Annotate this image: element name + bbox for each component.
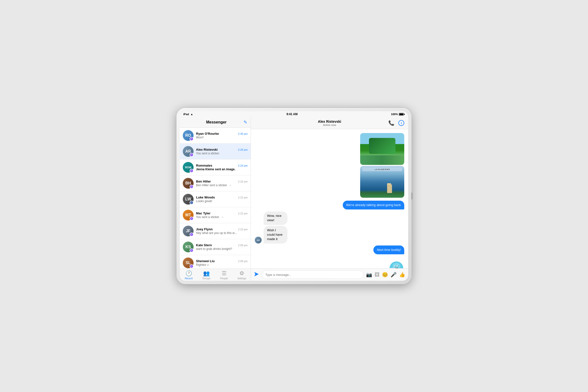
nav-item-groups[interactable]: 👥 Groups — [198, 270, 215, 280]
info-icon[interactable]: i — [398, 120, 404, 126]
ipad-label: iPad — [183, 113, 189, 116]
nav-item-settings[interactable]: ⚙ Settings — [233, 270, 251, 280]
bottom-nav: 🕐 Recent 👥 Groups ☰ People ⚙ Settings — [180, 268, 251, 281]
conv-time: 2:30 pm — [238, 132, 248, 135]
messenger-badge-icon: ✦ — [190, 232, 194, 236]
msg-row: AR Wow, nice view! Wish I could have mad… — [255, 212, 404, 244]
sent-message: We're already talking about going back — [343, 201, 404, 210]
conv-time: 2:09 pm — [238, 260, 248, 263]
conv-info: Kate Stern 2:09 pm want to grab drinks t… — [196, 243, 248, 251]
app-body: Messenger ✎ RO ✦ Ryan O'Rourke 2:30 — [180, 117, 408, 281]
beach-image — [360, 133, 404, 165]
chat-contact-name: Alex Ristevski — [318, 120, 341, 124]
chat-header-actions: 📞 i — [388, 120, 404, 126]
chat-header-info: Alex Ristevski Active now — [318, 120, 341, 126]
ocean-image: LA PLAGE★★★ — [360, 166, 404, 198]
conv-preview: want to grab drinks tonight? — [196, 247, 248, 251]
photo-library-icon[interactable]: 🖼 — [374, 272, 380, 278]
compose-button[interactable]: ✎ — [244, 120, 247, 125]
status-time: 9:41 AM — [286, 112, 298, 116]
message-input[interactable] — [262, 270, 364, 279]
received-group: Wow, nice view! Wish I could have made i… — [264, 212, 307, 244]
left-panel: Messenger ✎ RO ✦ Ryan O'Rourke 2:30 — [180, 117, 251, 281]
conv-time: 2:15 pm — [238, 196, 248, 199]
conv-preview: Hey what are you up to this w... — [196, 231, 248, 235]
battery-label: 100% — [391, 113, 398, 116]
list-item[interactable]: MT ✦ Mac Tyler 2:15 pm You sent a sticke… — [180, 207, 251, 223]
conv-name: Ryan O'Rourke — [196, 132, 219, 136]
list-item[interactable]: RO ✦ Ryan O'Rourke 2:30 pm Woo!! — [180, 128, 251, 144]
conv-preview: Woo!! — [196, 136, 248, 139]
messenger-badge-icon: ✦ — [190, 185, 194, 189]
conv-top: Ben Hiller 2:16 pm — [196, 180, 248, 183]
like-button[interactable]: 👍 — [399, 272, 405, 278]
conv-top: Rommates 2:24 pm — [196, 164, 248, 167]
list-item[interactable]: AR ✦ Alex Ristevski 2:26 pm You sent a s… — [180, 144, 251, 160]
msg-avatar: AR — [255, 237, 262, 244]
received-message: Wish I could have made it — [264, 226, 288, 244]
conv-preview: Ben Hiller sent a sticker. ✓ — [196, 184, 248, 187]
emoji-icon[interactable]: 😊 — [382, 272, 388, 278]
microphone-icon[interactable]: 🎤 — [390, 272, 397, 278]
conv-name: Ben Hiller — [196, 180, 211, 183]
conv-preview: You sent a sticker. ✓ — [196, 215, 248, 219]
msg-row: LA PLAGE★★★ — [255, 133, 404, 199]
groups-label: Groups — [202, 277, 210, 280]
nav-item-people[interactable]: ☰ People — [215, 270, 233, 280]
messenger-title: Messenger — [189, 120, 244, 124]
messenger-badge-icon: ✦ — [190, 137, 194, 141]
conv-time: 2:24 pm — [238, 164, 248, 167]
conv-preview: Looks great! — [196, 200, 248, 203]
conv-time: 2:26 pm — [238, 148, 248, 151]
recent-label: Recent — [185, 277, 192, 280]
right-panel: Alex Ristevski Active now 📞 i — [251, 117, 408, 281]
svg-point-4 — [395, 266, 396, 266]
list-item[interactable]: KS ✦ Kate Stern 2:09 pm want to grab dri… — [180, 239, 251, 255]
phone-icon[interactable]: 📞 — [388, 120, 394, 126]
sent-images: LA PLAGE★★★ — [360, 133, 404, 198]
conv-name: Mac Tyler — [196, 212, 210, 215]
status-bar: iPad ▲ 9:41 AM 100% — [180, 111, 408, 117]
messenger-badge-icon: ✦ — [190, 264, 194, 268]
conv-info: Alex Ristevski 2:26 pm You sent a sticke… — [196, 148, 248, 155]
camera-icon[interactable]: 📷 — [366, 272, 372, 278]
recent-icon: 🕐 — [186, 270, 192, 276]
msg-row: Next time buddy! — [255, 246, 404, 254]
conv-name: Alex Ristevski — [196, 148, 218, 152]
conv-info: Ryan O'Rourke 2:30 pm Woo!! — [196, 132, 248, 139]
chat-input-bar: 📷 🖼 😊 🎤 👍 — [251, 268, 408, 281]
avatar-wrap: LW f — [183, 194, 194, 204]
messenger-header: Messenger ✎ — [180, 117, 251, 128]
conv-top: Alex Ristevski 2:26 pm — [196, 148, 248, 152]
conv-top: Mac Tyler 2:15 pm — [196, 212, 248, 215]
battery-icon — [399, 113, 405, 116]
ipad-screen: iPad ▲ 9:41 AM 100% Messenger ✎ — [180, 111, 408, 281]
list-item[interactable]: LW f Luke Woods 2:15 pm Looks great! — [180, 191, 251, 207]
conv-info: Joey Flynn 2:10 pm Hey what are you up t… — [196, 227, 248, 235]
conv-time: 2:15 pm — [238, 212, 248, 215]
conv-top: Joey Flynn 2:10 pm — [196, 227, 248, 231]
list-item[interactable]: SL ✦ Shenwei Liu 2:09 pm Righteo ↩ — [180, 255, 251, 268]
conv-top: Kate Stern 2:09 pm — [196, 243, 248, 247]
avatar-wrap: MT ✦ — [183, 210, 194, 220]
send-icon[interactable] — [254, 272, 259, 278]
avatar-wrap: RO ✦ — [183, 130, 194, 141]
avatar-wrap: JF ✦ — [183, 226, 194, 236]
conv-name: Shenwei Liu — [196, 259, 214, 263]
conv-info: Mac Tyler 2:15 pm You sent a sticker. ✓ — [196, 212, 248, 219]
avatar-wrap: BH ✦ — [183, 178, 194, 189]
sent-message: Next time buddy! — [374, 246, 404, 254]
ipad-device: iPad ▲ 9:41 AM 100% Messenger ✎ — [176, 108, 412, 284]
list-item[interactable]: BH ✦ Ben Hiller 2:16 pm Ben Hiller sent … — [180, 176, 251, 191]
list-item[interactable]: JF ✦ Joey Flynn 2:10 pm Hey what are you… — [180, 223, 251, 239]
nav-item-recent[interactable]: 🕐 Recent — [180, 270, 198, 280]
avatar-wrap: AR ✦ — [183, 146, 194, 157]
messenger-badge-icon: ✦ — [190, 216, 194, 220]
avatar-wrap: KS ✦ — [183, 242, 194, 252]
conv-time: 2:10 pm — [238, 228, 248, 231]
conv-name: Rommates — [196, 164, 212, 167]
list-item[interactable]: ROM ✦ Rommates 2:24 pm Jenna Kleine sent… — [180, 160, 251, 176]
chat-status: Active now — [318, 124, 341, 126]
settings-icon: ⚙ — [239, 270, 244, 276]
svg-marker-12 — [254, 272, 259, 276]
